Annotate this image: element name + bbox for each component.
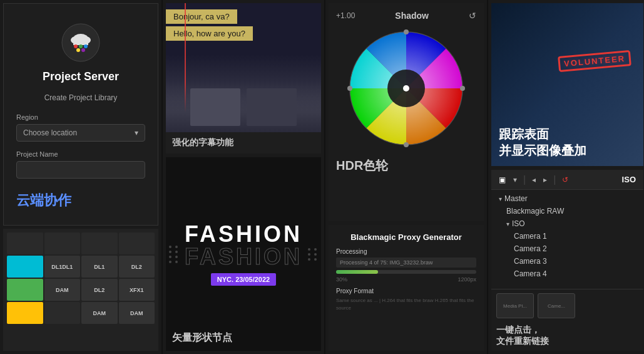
- tree-item-camera1[interactable]: Camera 1: [491, 230, 643, 242]
- timeline-panel: DL1DL1 DL1 DL2 DAM DL2 XFX1 DAM DAM: [3, 229, 158, 351]
- expand-arrow-icon-2: ▾: [506, 221, 509, 227]
- svg-point-9: [81, 48, 85, 52]
- fashion-text-outline: FASHION: [185, 246, 302, 268]
- timeline-track-dl2b[interactable]: DL2: [81, 279, 118, 301]
- tree-item-master[interactable]: ▾ Master: [491, 192, 643, 205]
- tree-item-blackmagic-raw[interactable]: Blackmagic RAW: [491, 205, 643, 217]
- subtitle-fashion-panel: Bonjour, ca va? Hello, how are you? 强化的字…: [163, 0, 324, 354]
- project-server-panel: Project Server Create Project Library Re…: [0, 0, 161, 354]
- proxy-format-label: Proxy Format: [336, 288, 476, 294]
- svg-point-5: [74, 44, 78, 48]
- svg-rect-4: [73, 40, 88, 45]
- camera4-label: Camera 4: [514, 269, 547, 278]
- timeline-track-xfx1[interactable]: XFX1: [119, 279, 155, 301]
- iso-browser-panel: ▣ ▾ | ◂ ▸ | ↺ ISO ▾ Master Blackmagic RA…: [491, 170, 643, 351]
- arrow-right-button[interactable]: ▸: [541, 174, 549, 185]
- toolbar-divider-2: |: [553, 174, 556, 185]
- media-plug-box[interactable]: Media Pl...: [496, 293, 534, 318]
- hdr-wheel-card: +1.00 Shadow ↺: [329, 3, 484, 221]
- subtitle-feature-label: 强化的字幕功能: [166, 132, 321, 154]
- project-name-label: Project Name: [16, 150, 58, 158]
- svg-point-7: [84, 44, 88, 48]
- camera-label: Came...: [548, 303, 565, 309]
- timeline-track-dam3[interactable]: DAM: [119, 302, 155, 324]
- chevron-down-icon: ▾: [135, 128, 138, 137]
- master-label: Master: [504, 194, 528, 203]
- media-plug-label: Media Pl...: [503, 303, 527, 309]
- subtitle-card: Bonjour, ca va? Hello, how are you? 强化的字…: [166, 3, 321, 154]
- proxy-progress-res: 1200px: [457, 276, 476, 283]
- timeline-cell: [119, 232, 155, 254]
- svg-point-6: [79, 44, 83, 48]
- timeline-cell: [81, 232, 118, 254]
- svg-point-14: [403, 85, 409, 91]
- camera2-label: Camera 2: [514, 244, 547, 253]
- expand-arrow-icon: ▾: [499, 195, 502, 202]
- timeline-cell: [7, 232, 43, 254]
- iso-media-tree: ▾ Master Blackmagic RAW ▾ ISO Camera 1 C…: [491, 190, 643, 289]
- tree-item-iso[interactable]: ▾ ISO: [491, 217, 643, 230]
- camera3-label: Camera 3: [514, 257, 547, 266]
- timeline-track-dam[interactable]: DAM: [44, 279, 81, 301]
- fashion-date-badge: NYC. 23/05/2022: [211, 273, 276, 286]
- proxy-generator-card: Blackmagic Proxy Generator Processing Pr…: [329, 225, 484, 351]
- svg-point-18: [404, 142, 409, 147]
- volunteer-badge: VOLUNTEER: [558, 50, 631, 72]
- dot-grid-right-decoration: [308, 248, 318, 261]
- blackmagic-raw-label: Blackmagic RAW: [506, 207, 564, 216]
- create-library-button[interactable]: Create Project Library: [44, 93, 118, 102]
- timeline-track-dl1a[interactable]: DL1DL1: [44, 256, 81, 278]
- hdr-color-wheel-label: HDR色轮: [336, 157, 388, 174]
- proxy-progress-labels: 30% 1200px: [336, 276, 476, 283]
- reset-icon[interactable]: ↺: [469, 11, 476, 21]
- project-server-title: Project Server: [43, 70, 119, 83]
- color-wheel[interactable]: [344, 26, 469, 151]
- chevron-down-icon[interactable]: ▾: [511, 174, 519, 185]
- track-surface-card: VOLUNTEER 跟踪表面 并显示图像叠加: [491, 3, 643, 166]
- color-wheel-svg: [344, 26, 469, 151]
- timeline-track-green[interactable]: [7, 279, 43, 301]
- svg-point-16: [404, 29, 409, 34]
- camera-box[interactable]: Came...: [538, 293, 575, 318]
- iso-toolbar: ▣ ▾ | ◂ ▸ | ↺ ISO: [491, 170, 643, 190]
- region-label: Region: [16, 113, 38, 121]
- refresh-icon-button[interactable]: ↺: [560, 174, 571, 185]
- timeline-track-cyan[interactable]: [7, 256, 43, 278]
- hdr-proxy-panel: +1.00 Shadow ↺: [325, 0, 487, 354]
- iso-tree-label: ISO: [512, 219, 525, 228]
- proxy-progress-pct: 30%: [336, 276, 347, 283]
- tree-item-camera4[interactable]: Camera 4: [491, 268, 643, 280]
- proxy-file-name: Processing 4 of 75: IMG_33232.braw: [336, 258, 476, 268]
- iso-title: ISO: [620, 174, 638, 185]
- tree-item-camera2[interactable]: Camera 2: [491, 242, 643, 255]
- davinci-logo-icon: [61, 23, 101, 63]
- track-overlay-text: 跟踪表面 并显示图像叠加: [499, 126, 636, 159]
- svg-point-8: [76, 48, 80, 52]
- hdr-title-label: Shadow: [395, 11, 429, 21]
- track-iso-panel: VOLUNTEER 跟踪表面 并显示图像叠加 ▣ ▾ | ◂ ▸ | ↺ ISO…: [488, 0, 644, 354]
- cloud-collaboration-label: 云端协作: [16, 191, 71, 210]
- timeline-track-yellow[interactable]: [7, 302, 43, 324]
- media-plug-area: Media Pl... Came... 一键点击， 文件重新链接: [491, 289, 643, 351]
- proxy-title: Blackmagic Proxy Generator: [336, 232, 476, 242]
- tree-item-camera3[interactable]: Camera 3: [491, 255, 643, 268]
- subtitle-line-2: Hello, how are you?: [166, 26, 253, 41]
- timeline-track-dl2[interactable]: DL2: [119, 256, 155, 278]
- relink-text-1: 一键点击，: [496, 325, 638, 336]
- hdr-value-left: +1.00: [336, 11, 355, 20]
- proxy-format-options: Same source as ... | H.264 that fits the…: [336, 297, 476, 312]
- svg-point-17: [347, 86, 352, 91]
- hdr-panel-header: +1.00 Shadow ↺: [336, 11, 476, 21]
- toolbar-divider: |: [523, 174, 526, 185]
- subtitle-video-background: Bonjour, ca va? Hello, how are you?: [166, 3, 321, 132]
- panel-icon-button[interactable]: ▣: [496, 174, 508, 185]
- timeline-track-dam2[interactable]: DAM: [81, 302, 118, 324]
- region-dropdown[interactable]: Choose location ▾: [16, 124, 145, 142]
- vector-node-label: 矢量形状节点: [172, 331, 232, 345]
- proxy-progress-bar: [336, 270, 476, 274]
- project-name-input[interactable]: [16, 161, 145, 179]
- timeline-track-dl1b[interactable]: DL1: [81, 256, 118, 278]
- arrow-left-button[interactable]: ◂: [529, 174, 538, 185]
- relink-text-2: 文件重新链接: [496, 336, 638, 347]
- timeline-cell: [44, 232, 81, 254]
